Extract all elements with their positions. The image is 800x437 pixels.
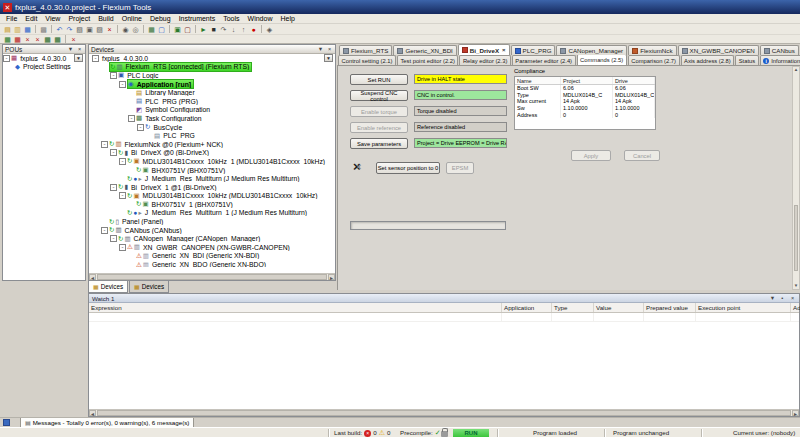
dock-tab-devices[interactable]: ▦Devices: [88, 281, 128, 293]
suspend-cnc-control-button[interactable]: Suspend CNC control: [350, 90, 408, 101]
close-icon[interactable]: ×: [502, 47, 506, 53]
scroll-right-icon[interactable]: ►: [792, 410, 799, 416]
devices-dropdown-icon[interactable]: ▼: [317, 46, 324, 53]
subtab-relay-editor-2-3-[interactable]: Relay editor (2.3): [459, 55, 510, 65]
tree-item[interactable]: -↻▮Bi_DriveX @0 (Bi-DriveX): [89, 149, 335, 158]
doc-tab-flexiumnck[interactable]: FlexiumNck: [628, 45, 676, 55]
scroll-up-icon[interactable]: ▲: [793, 67, 799, 73]
doc-tab-generic_xn_bdi[interactable]: Generic_XN_BDI: [393, 45, 456, 55]
devices-close-icon[interactable]: ×: [326, 46, 333, 53]
device-green-icon[interactable]: ▦: [3, 35, 12, 44]
menu-edit[interactable]: Edit: [21, 14, 41, 24]
scroll-thumb[interactable]: [794, 205, 798, 272]
pous-item-project-settings[interactable]: ◆ Project Settings: [3, 63, 85, 72]
tree-item[interactable]: ▤Library Manager: [89, 88, 335, 97]
print-icon[interactable]: ▩: [39, 25, 48, 34]
watch-grid[interactable]: [89, 313, 799, 409]
expander-icon[interactable]: -: [119, 81, 126, 88]
scroll-left-icon[interactable]: ◄: [89, 410, 96, 416]
devices-hscrollbar[interactable]: ◄ ►: [89, 273, 335, 280]
tree-combo-button[interactable]: ▼: [324, 54, 333, 62]
device-cross1-icon[interactable]: ×: [23, 35, 32, 44]
step-over-icon[interactable]: ↷: [219, 25, 228, 34]
doc-tab-canbus[interactable]: CANbus: [760, 45, 799, 55]
pous-panel-header[interactable]: POUs ▼ ×: [3, 45, 85, 54]
save-parameters-button[interactable]: Save parameters: [350, 138, 408, 149]
pous-root-item[interactable]: - ▦ fxplus_4.0.30.0 ▼: [3, 54, 85, 63]
tree-item[interactable]: -↻▮Bi_DriveX_1 @1 (Bi-DriveX): [89, 183, 335, 192]
tree-item[interactable]: ⚠▥Generic_XN_BDI (Generic XN-BDI): [89, 252, 335, 261]
subtab-commands-2-5-[interactable]: Commands (2.5): [577, 55, 627, 65]
tree-item[interactable]: ↻▣BHX0751V (BHX0751V): [89, 166, 335, 175]
doc-tab-xn_gwbr_canopen[interactable]: XN_GWBR_CANOPEN: [678, 45, 759, 55]
pous-combo-button[interactable]: ▼: [74, 54, 83, 62]
pous-close-icon[interactable]: ×: [76, 46, 83, 53]
pous-dropdown-icon[interactable]: ▼: [67, 46, 74, 53]
device-dark2-icon[interactable]: ▦: [53, 35, 62, 44]
device-dark1-icon[interactable]: ▦: [43, 35, 52, 44]
paste-icon[interactable]: ▨: [95, 25, 104, 34]
expander-icon[interactable]: -: [128, 115, 135, 122]
watch-empty-row[interactable]: [89, 313, 799, 322]
find-icon[interactable]: ◉: [121, 25, 130, 34]
expander-icon[interactable]: -: [101, 141, 108, 148]
watch-hscrollbar[interactable]: ◄ ►: [89, 409, 799, 416]
doc-tab-plc_prg[interactable]: PLC_PRG: [511, 45, 556, 55]
menu-build[interactable]: Build: [94, 14, 118, 24]
watch-column-address[interactable]: Address: [791, 303, 800, 312]
step-out-icon[interactable]: ↑: [239, 25, 248, 34]
subtab-axis-address-2-8-[interactable]: Axis address (2.8): [681, 55, 735, 65]
open-file-icon[interactable]: ▥: [13, 25, 22, 34]
subtab-test-point-editor-2-2-[interactable]: Test point editor (2.2): [397, 55, 458, 65]
run-icon[interactable]: ►: [199, 25, 208, 34]
subtab-control-setting-2-1-[interactable]: Control setting (2.1): [338, 55, 396, 65]
messages-tab[interactable]: ▤ Messages - Totally 0 error(s), 0 warni…: [20, 418, 194, 428]
tree-item[interactable]: ↻▥Flexium_RTS [connected] (Flexium RTS): [89, 63, 335, 72]
tree-item[interactable]: -↻▥FlexiumNck @0 (Flexium+ NCK): [89, 140, 335, 149]
watch-panel-header[interactable]: Watch 1 ▼ ▪ ×: [89, 294, 799, 303]
set-sensor-position-button[interactable]: Set sensor position to 0: [376, 162, 440, 174]
expander-icon[interactable]: -: [137, 124, 144, 131]
expander-icon[interactable]: -: [119, 192, 126, 199]
watch-column-expression[interactable]: Expression: [89, 303, 502, 312]
tree-item[interactable]: ↻▯Panel (Panel): [89, 217, 335, 226]
copy-icon[interactable]: ▣: [85, 25, 94, 34]
watch-pin-icon[interactable]: ▪: [779, 295, 786, 302]
cut-icon[interactable]: ▧: [75, 25, 84, 34]
subtab-status[interactable]: Status: [735, 55, 758, 65]
menu-file[interactable]: File: [2, 14, 21, 24]
scroll-left-icon[interactable]: ◄: [89, 274, 96, 280]
breakpoint-icon[interactable]: ●: [249, 25, 258, 34]
new-file-icon[interactable]: ▤: [3, 25, 12, 34]
menu-help[interactable]: Help: [276, 14, 298, 24]
device-cross3-icon[interactable]: ×: [69, 35, 78, 44]
menu-online[interactable]: Online: [118, 14, 146, 24]
save-icon[interactable]: ▦: [23, 25, 32, 34]
login-icon[interactable]: ▣: [173, 25, 182, 34]
logout-icon[interactable]: ▢: [183, 25, 192, 34]
expander-icon[interactable]: -: [110, 184, 117, 191]
subtab-parameter-editor-2-4-[interactable]: Parameter editor (2.4): [512, 55, 576, 65]
tree-item[interactable]: ⚠▥Generic_XN_BDO (Generic XN-BDO): [89, 260, 335, 267]
scroll-down-icon[interactable]: ▼: [793, 283, 799, 289]
watch-column-execution-point[interactable]: Execution point: [696, 303, 791, 312]
devices-panel-header[interactable]: Devices ▼ ×: [89, 45, 335, 54]
delete-icon[interactable]: ×: [105, 25, 114, 34]
expander-icon[interactable]: -: [110, 235, 117, 242]
tree-item[interactable]: -◉Application [run]: [89, 80, 335, 89]
watch-column-application[interactable]: Application: [502, 303, 552, 312]
watch-column-prepared-value[interactable]: Prepared value: [644, 303, 696, 312]
build-icon[interactable]: ▢: [157, 25, 166, 34]
expander-icon[interactable]: -: [110, 72, 117, 79]
tree-item[interactable]: -↻▥CANopen_Manager (CANopen_Manager): [89, 234, 335, 243]
scroll-right-icon[interactable]: ►: [328, 274, 335, 280]
watch-column-type[interactable]: Type: [552, 303, 594, 312]
subtab-comparison-2-7-[interactable]: Comparison (2.7): [628, 55, 680, 65]
expander-icon[interactable]: -: [3, 55, 10, 62]
step-into-icon[interactable]: ↓: [229, 25, 238, 34]
menu-view[interactable]: View: [41, 14, 64, 24]
doc-tab-canopen_manager[interactable]: CANopen_Manager: [556, 45, 627, 55]
menu-window[interactable]: Window: [244, 14, 277, 24]
watch-dropdown-icon[interactable]: ▼: [769, 295, 776, 302]
tree-item[interactable]: -▩Task Configuration: [89, 114, 335, 123]
